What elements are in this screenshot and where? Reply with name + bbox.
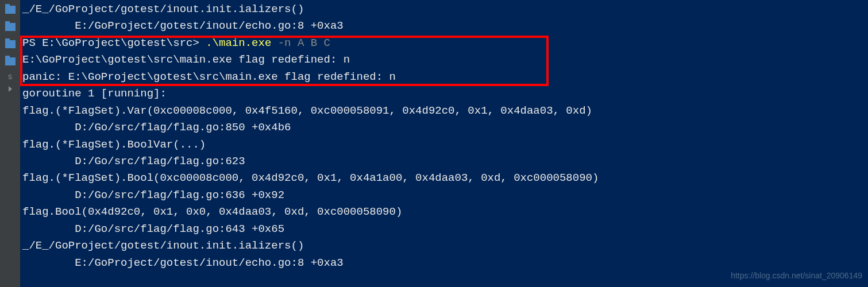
folder-icon[interactable]: [5, 23, 16, 31]
terminal-output-line: _/E_/GoProject/gotest/inout.init.ializer…: [22, 1, 866, 18]
folder-icon[interactable]: [5, 6, 16, 14]
terminal-panel[interactable]: _/E_/GoProject/gotest/inout.init.ializer…: [20, 0, 868, 287]
command-text: .\main.exe: [206, 37, 271, 49]
terminal-output-line: flag.(*FlagSet).Bool(0xc00008c000, 0x4d9…: [22, 170, 866, 187]
terminal-output-line: D:/Go/src/flag/flag.go:850 +0x4b6: [22, 119, 866, 136]
terminal-output-line: flag.Bool(0x4d92c0, 0x1, 0x0, 0x4daa03, …: [22, 204, 866, 220]
sidebar-label: s: [7, 72, 12, 82]
terminal-output-line: flag.(*FlagSet).BoolVar(...): [22, 137, 866, 153]
terminal-output-line: _/E_/GoProject/gotest/inout.init.ializer…: [22, 238, 866, 254]
ide-sidebar: s: [0, 0, 20, 287]
terminal-output-line: goroutine 1 [running]:: [22, 86, 866, 102]
terminal-output-line: D:/Go/src/flag/flag.go:623: [22, 153, 866, 170]
terminal-output-line: E:/GoProject/gotest/inout/echo.go:8 +0xa…: [22, 255, 866, 272]
terminal-output-line: D:/Go/src/flag/flag.go:643 +0x65: [22, 221, 866, 238]
folder-icon[interactable]: [5, 57, 16, 65]
folder-icon[interactable]: [5, 40, 16, 48]
terminal-command-line: PS E:\GoProject\gotest\src> .\main.exe -…: [22, 35, 866, 52]
terminal-output-line: E:/GoProject/gotest/inout/echo.go:8 +0xa…: [22, 18, 866, 34]
watermark-text: https://blog.csdn.net/sinat_20906149: [731, 270, 862, 282]
terminal-error-line: E:\GoProject\gotest\src\main.exe flag re…: [22, 52, 866, 68]
prompt-text: PS E:\GoProject\gotest\src>: [22, 37, 206, 49]
chevron-right-icon[interactable]: [9, 86, 12, 92]
terminal-output-line: D:/Go/src/flag/flag.go:636 +0x92: [22, 187, 866, 204]
terminal-output-line: flag.(*FlagSet).Var(0xc00008c000, 0x4f51…: [22, 103, 866, 119]
command-args: -n A B C: [271, 37, 330, 49]
terminal-panic-line: panic: E:\GoProject\gotest\src\main.exe …: [22, 69, 866, 86]
